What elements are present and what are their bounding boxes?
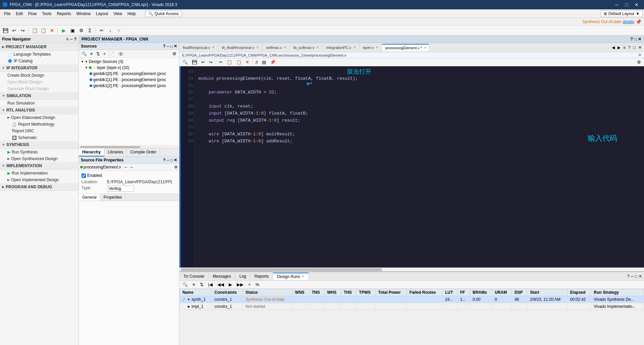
ed-redo-btn[interactable]: ↪: [207, 59, 214, 65]
ed-comment-btn[interactable]: //: [254, 59, 260, 65]
section-header-simulation[interactable]: SIMULATION: [0, 92, 78, 100]
tab-libraries[interactable]: Libraries: [104, 148, 127, 156]
sfp-enabled-checkbox[interactable]: [82, 174, 86, 178]
tb-settings[interactable]: ▣: [68, 26, 76, 34]
pm-close-icon[interactable]: ✕: [638, 37, 641, 42]
nav-run-simulation[interactable]: Run Simulation: [0, 100, 78, 107]
tab-tb_softmax[interactable]: tb_softmax.v ✕: [290, 44, 323, 51]
ed-cut-btn[interactable]: ✂: [217, 59, 224, 65]
tab-hierarchy[interactable]: Hierarchy: [79, 148, 104, 156]
nav-generate-block-design[interactable]: Generate Block Design: [0, 85, 78, 92]
tab-softmax[interactable]: softmax.v ✕: [263, 44, 290, 51]
ed-copy-btn[interactable]: 📋: [225, 59, 234, 65]
layout-dropdown[interactable]: ⊞ Default Layout ▼: [601, 10, 643, 17]
tab-prev-btn[interactable]: ◀: [611, 45, 616, 50]
nav-open-synthesized-design[interactable]: Open Synthesized Design: [0, 155, 78, 162]
menu-flow[interactable]: Flow: [25, 11, 39, 17]
tab-tbfr-close[interactable]: ✕: [256, 46, 259, 49]
flow-nav-icon2[interactable]: ─: [70, 37, 73, 42]
tab-layer[interactable]: layer.v ✕: [360, 44, 382, 51]
btm-filter-btn[interactable]: ≡: [191, 281, 197, 288]
sfp-close-icon[interactable]: ✕: [174, 158, 177, 162]
tb-cut[interactable]: ✂: [98, 26, 106, 34]
maximize-btn[interactable]: □: [623, 1, 631, 8]
btm-help-icon[interactable]: ?: [627, 274, 630, 279]
tab-list-btn[interactable]: ≡: [622, 45, 627, 50]
sfp-min-icon[interactable]: ─: [166, 158, 169, 162]
tree-genblk0[interactable]: genblk1[0].PE : processingElement (proc: [79, 71, 179, 77]
ed-paste-btn[interactable]: 📋: [234, 59, 243, 65]
nav-report-methodology[interactable]: 📋 Report Methodology: [0, 121, 78, 128]
sfp-tab-general[interactable]: General: [79, 194, 100, 201]
src-help-icon[interactable]: ?: [163, 44, 165, 49]
sfp-pop-icon[interactable]: □: [170, 158, 173, 162]
menu-window[interactable]: Window: [73, 11, 93, 17]
ed-search-btn[interactable]: 🔍: [181, 59, 190, 65]
tab-pe-close[interactable]: ✕: [424, 46, 427, 50]
tb-sigma[interactable]: Σ: [86, 26, 94, 34]
btm-sort-btn[interactable]: ⇅: [198, 281, 205, 288]
quick-access-input[interactable]: 🔍 Quick Access: [145, 10, 182, 17]
nav-open-elaborated-design[interactable]: Open Elaborated Design: [0, 114, 78, 121]
btm-tab-messages[interactable]: Messages: [209, 273, 235, 280]
tree-genblk1[interactable]: genblk1[1].PE : processingElement (proc: [79, 77, 179, 83]
editor-hscroll-thumb[interactable]: [181, 268, 382, 271]
ed-undo-btn[interactable]: ↩: [200, 59, 207, 65]
tab-compile-order[interactable]: Compile Order: [127, 148, 160, 156]
section-header-implementation[interactable]: IMPLEMENTATION: [0, 162, 78, 170]
btm-add-btn[interactable]: +: [247, 281, 253, 288]
btm-run-btn[interactable]: ▶: [227, 281, 234, 288]
src-filter-btn[interactable]: ≡: [89, 51, 94, 57]
tab-layer-close[interactable]: ✕: [376, 46, 378, 49]
flow-nav-icon1[interactable]: ≡: [66, 37, 68, 42]
tb-paste[interactable]: 📋: [39, 26, 47, 34]
tab-next-btn[interactable]: ▶: [616, 45, 622, 50]
ed-delete-btn[interactable]: ✕: [244, 59, 251, 65]
src-file-btn[interactable]: 📄: [108, 51, 116, 57]
nav-schematic[interactable]: 🔲 Schematic: [0, 134, 78, 141]
src-gear-btn[interactable]: ⚙: [171, 51, 178, 57]
menu-layout[interactable]: Layout: [93, 11, 111, 17]
tb-x2[interactable]: ✕: [115, 26, 123, 34]
code-content[interactable]: module processingElement(clk, reset, flo…: [195, 66, 644, 267]
nav-run-synthesis[interactable]: ▶ Run Synthesis: [0, 149, 78, 155]
tab-tb_floatReciprocal[interactable]: tb_floatReciprocal.v ✕: [218, 44, 263, 51]
tab-close-btn[interactable]: ✕: [637, 45, 643, 50]
btm-min-icon[interactable]: ─: [631, 274, 634, 279]
tb-save[interactable]: 💾: [1, 26, 9, 34]
section-header-program-debug[interactable]: PROGRAM AND DEBUG: [0, 183, 78, 191]
tab-help-btn[interactable]: ?: [627, 45, 632, 50]
close-btn[interactable]: ✕: [632, 1, 641, 8]
src-pop-icon[interactable]: □: [170, 44, 173, 49]
menu-edit[interactable]: Edit: [13, 11, 25, 17]
ed-gear-btn[interactable]: ⚙: [635, 59, 643, 65]
tab-ifc-close[interactable]: ✕: [353, 46, 356, 49]
ed-save-btn[interactable]: 💾: [190, 59, 199, 65]
tb-copy[interactable]: 📋: [31, 26, 39, 34]
btm-close-icon[interactable]: ✕: [639, 274, 642, 279]
tab-expand-btn[interactable]: □: [632, 45, 637, 50]
src-search-btn[interactable]: 🔍: [80, 51, 88, 57]
code-editor[interactable]: 23 24 25 26 27 28 29 30 31 32 33 module …: [179, 66, 644, 267]
sfp-nav-right[interactable]: →: [129, 164, 133, 170]
section-header-project-manager[interactable]: PROJECT MANAGER: [0, 43, 78, 51]
btm-search-btn[interactable]: 🔍: [181, 281, 190, 288]
sfp-help-icon[interactable]: ?: [163, 158, 165, 162]
btm-tab-log[interactable]: Log: [235, 273, 251, 280]
btm-max-icon[interactable]: □: [635, 274, 637, 279]
nav-open-implemented-design[interactable]: Open Implemented Design: [0, 177, 78, 183]
ed-snippet-btn[interactable]: ▤: [260, 59, 268, 65]
tb-run[interactable]: ▶: [60, 26, 68, 34]
btm-next-btn[interactable]: ▶▶: [235, 281, 245, 288]
sfp-type-input[interactable]: [107, 186, 134, 192]
minimize-btn[interactable]: ─: [612, 1, 621, 8]
menu-reports[interactable]: Reports: [54, 11, 73, 17]
sfp-gear-btn[interactable]: ⚙: [174, 165, 178, 169]
nav-report-drc[interactable]: Report DRC: [0, 128, 78, 134]
flow-nav-icon3[interactable]: ?: [74, 37, 76, 42]
table-row-synth1[interactable]: ✓ ▼ synth_1 constrs_1 Synthesis Out-of-d…: [180, 296, 644, 303]
tb-undo[interactable]: ↩: [10, 26, 18, 34]
btm-first-btn[interactable]: |◀: [207, 281, 214, 288]
tab-sm-close[interactable]: ✕: [284, 46, 286, 49]
btm-tab-tcl[interactable]: Tcl Console: [179, 273, 209, 280]
